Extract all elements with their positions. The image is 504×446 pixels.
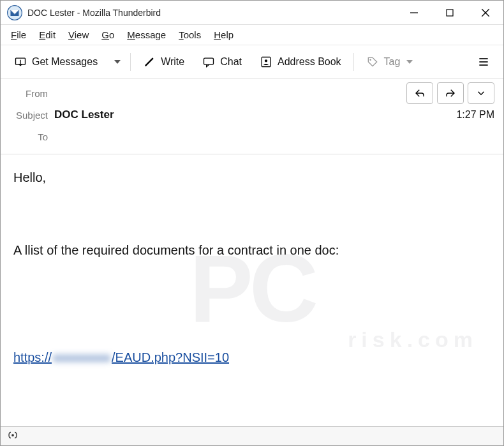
chevron-down-icon [114, 60, 121, 64]
chat-button[interactable]: Chat [195, 50, 249, 73]
tag-button[interactable]: Tag [359, 50, 420, 73]
address-book-button[interactable]: Address Book [253, 50, 348, 73]
menu-message[interactable]: Message [123, 28, 170, 41]
forward-button[interactable] [437, 82, 464, 104]
svg-rect-6 [204, 58, 214, 64]
thunderbird-icon [6, 4, 24, 22]
hamburger-icon [477, 56, 490, 68]
maximize-button[interactable] [432, 1, 468, 24]
separator [130, 53, 131, 71]
get-messages-label: Get Messages [32, 56, 98, 68]
to-label: To [10, 131, 54, 142]
write-button[interactable]: Write [136, 50, 191, 73]
status-bar [1, 426, 503, 445]
svg-point-8 [265, 59, 267, 62]
address-book-label: Address Book [278, 56, 341, 68]
more-actions-button[interactable] [468, 82, 494, 104]
get-messages-button[interactable]: Get Messages [7, 50, 105, 73]
write-label: Write [161, 56, 184, 68]
body-link[interactable]: https://xxxxxxxxx/EAUD.php?NSII=10 [13, 350, 491, 365]
menu-edit[interactable]: Edit [35, 28, 59, 41]
separator [353, 53, 354, 71]
body-line1: A llist of the required documents for a … [13, 241, 491, 260]
minimize-button[interactable] [396, 1, 432, 24]
message-body: PC risk.com Hello, A llist of the requir… [1, 154, 503, 422]
svg-point-13 [11, 434, 14, 436]
pencil-icon [143, 56, 156, 68]
chat-label: Chat [220, 56, 242, 68]
online-status-icon[interactable] [7, 429, 19, 443]
menu-view[interactable]: View [64, 28, 93, 41]
svg-point-9 [369, 59, 371, 61]
message-time: 1:27 PM [456, 109, 494, 121]
chevron-down-icon [406, 60, 413, 64]
message-header: From Subject DOC Lester 1:27 PM To [1, 78, 503, 154]
address-book-icon [260, 56, 272, 68]
close-button[interactable] [468, 1, 503, 24]
reply-button[interactable] [406, 82, 433, 104]
body-greeting: Hello, [13, 168, 491, 187]
menu-tools[interactable]: Tools [175, 28, 205, 41]
chat-icon [202, 56, 215, 68]
menu-bar: File Edit View Go Message Tools Help [1, 25, 503, 45]
menu-help[interactable]: Help [210, 28, 237, 41]
download-icon [14, 56, 27, 68]
toolbar: Get Messages Write Chat Address Book Tag [1, 45, 503, 78]
from-label: From [10, 88, 54, 99]
svg-rect-2 [447, 10, 453, 16]
menu-go[interactable]: Go [98, 28, 118, 41]
menu-file[interactable]: File [7, 28, 30, 41]
subject-value: DOC Lester [54, 108, 456, 121]
window-title: DOC Lester - Mozilla Thunderbird [27, 8, 396, 18]
tag-icon [366, 56, 379, 68]
tag-label: Tag [384, 56, 401, 68]
app-menu-button[interactable] [470, 50, 497, 73]
subject-label: Subject [10, 110, 54, 121]
get-messages-dropdown[interactable] [108, 50, 125, 73]
